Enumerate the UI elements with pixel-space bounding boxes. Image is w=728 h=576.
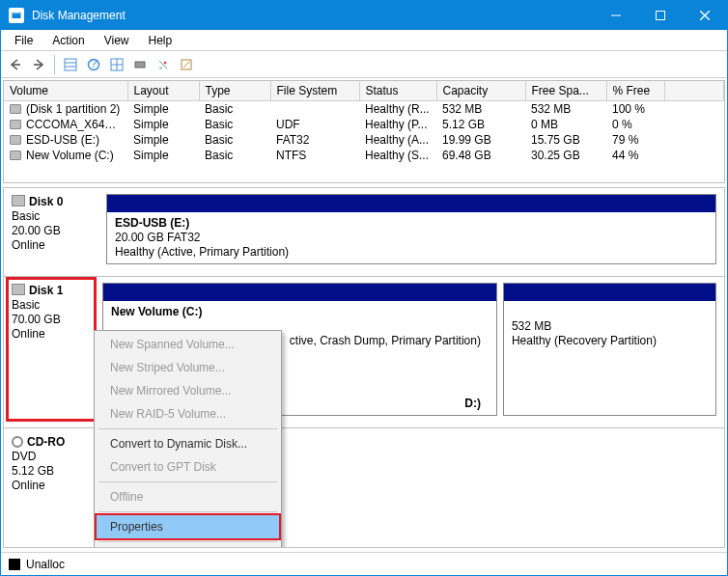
minimize-button[interactable] — [594, 1, 638, 30]
refresh-button[interactable] — [153, 54, 174, 75]
svg-text:?: ? — [91, 58, 98, 70]
titlebar: Disk Management — [1, 1, 727, 30]
cm-separator — [98, 541, 277, 542]
volume-icon — [10, 104, 21, 114]
cm-new-raid5: New RAID-5 Volume... — [97, 402, 279, 425]
maximize-button[interactable] — [638, 1, 683, 30]
disk0-vol-esdusb[interactable]: ESD-USB (E:) 20.00 GB FAT32 Healthy (Act… — [106, 194, 716, 264]
svg-rect-1 — [13, 13, 21, 14]
table-header-row: Volume Layout Type File System Status Ca… — [4, 81, 724, 101]
cdrom-label[interactable]: CD-RO DVD 5.12 GB Online — [12, 434, 98, 493]
th-layout[interactable]: Layout — [127, 81, 199, 101]
th-filesystem[interactable]: File System — [270, 81, 359, 101]
volume-table: Volume Layout Type File System Status Ca… — [3, 80, 725, 183]
table-row[interactable]: CCCOMA_X64FRE...SimpleBasicUDFHealthy (P… — [4, 117, 724, 132]
toolbar: ? — [1, 51, 727, 78]
toolbar-separator — [54, 55, 55, 74]
th-pctfree[interactable]: % Free — [606, 81, 664, 101]
volume-icon — [10, 151, 21, 160]
cdrom-icon — [12, 436, 23, 448]
cm-new-mirrored: New Mirrored Volume... — [97, 379, 279, 402]
disk-layout-panel: Disk 0 Basic 20.00 GB Online ESD-USB (E:… — [3, 187, 725, 548]
vol-head-bar — [504, 284, 715, 301]
disk1-label[interactable]: Disk 1 Basic 70.00 GB Online — [8, 279, 95, 420]
disk0-label[interactable]: Disk 0 Basic 20.00 GB Online — [12, 194, 98, 264]
view-grid-button[interactable] — [106, 54, 127, 75]
forward-button[interactable] — [28, 54, 49, 75]
menu-view[interactable]: View — [95, 32, 139, 49]
properties-button[interactable] — [176, 54, 197, 75]
window-controls — [594, 1, 727, 30]
app-icon — [9, 8, 24, 23]
volume-icon — [10, 120, 21, 129]
window-title: Disk Management — [32, 9, 594, 22]
legend-swatch-unallocated — [9, 559, 20, 570]
svg-rect-3 — [657, 12, 665, 20]
table-row[interactable]: ESD-USB (E:)SimpleBasicFAT32Healthy (A..… — [4, 132, 724, 148]
menubar: File Action View Help — [1, 30, 727, 51]
th-status[interactable]: Status — [359, 81, 436, 101]
table-row[interactable]: (Disk 1 partition 2)SimpleBasicHealthy (… — [4, 101, 724, 118]
disk-context-menu: New Spanned Volume... New Striped Volume… — [94, 330, 282, 548]
cm-new-spanned: New Spanned Volume... — [97, 333, 279, 356]
disk-icon — [12, 195, 25, 206]
th-capacity[interactable]: Capacity — [436, 81, 525, 101]
th-volume[interactable]: Volume — [4, 81, 127, 101]
menu-file[interactable]: File — [5, 32, 42, 49]
app-window: Disk Management File Action View Help ? … — [0, 0, 728, 576]
vol-head-bar — [107, 195, 715, 212]
menu-action[interactable]: Action — [42, 32, 94, 49]
cm-properties[interactable]: Properties — [97, 515, 279, 538]
cm-offline: Offline — [97, 485, 279, 508]
cm-convert-dynamic[interactable]: Convert to Dynamic Disk... — [97, 432, 279, 455]
menu-help[interactable]: Help — [139, 32, 182, 49]
cm-convert-gpt: Convert to GPT Disk — [97, 455, 279, 479]
svg-point-15 — [164, 61, 167, 64]
help-button[interactable]: ? — [83, 54, 104, 75]
legend-unallocated-label: Unalloc — [26, 558, 65, 571]
close-button[interactable] — [683, 1, 727, 30]
th-freespace[interactable]: Free Spa... — [525, 81, 606, 101]
disk1-vol-recovery[interactable]: 532 MB Healthy (Recovery Partition) — [503, 283, 716, 416]
legend-bar: Unalloc — [1, 552, 727, 575]
volume-icon — [10, 135, 21, 145]
view-list-button[interactable] — [60, 54, 81, 75]
cm-separator — [98, 428, 277, 429]
svg-rect-14 — [135, 62, 145, 68]
cm-separator — [98, 481, 277, 482]
svg-rect-6 — [65, 59, 76, 70]
disk0-row: Disk 0 Basic 20.00 GB Online ESD-USB (E:… — [4, 188, 724, 277]
cm-new-striped: New Striped Volume... — [97, 356, 279, 379]
action-button[interactable] — [129, 54, 151, 75]
vol-head-bar — [103, 284, 496, 301]
cm-separator — [98, 511, 277, 512]
back-button[interactable] — [5, 54, 26, 75]
cm-help[interactable]: Help — [97, 545, 279, 548]
table-row[interactable]: New Volume (C:)SimpleBasicNTFSHealthy (S… — [4, 148, 724, 163]
disk-icon — [12, 284, 25, 295]
th-type[interactable]: Type — [199, 81, 270, 101]
